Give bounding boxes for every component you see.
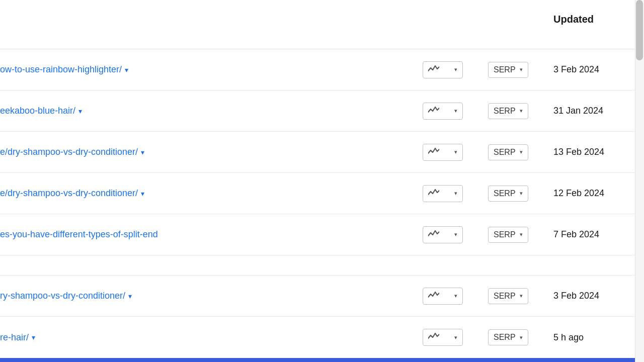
trend-chevron-icon: ▾ (454, 108, 457, 114)
url-text: re-hair/ (0, 332, 29, 343)
bottom-accent-bar (0, 358, 635, 362)
trend-icon (428, 147, 439, 157)
url-cell: ry-shampoo-vs-dry-conditioner/▾ (0, 291, 413, 301)
url-cell: es-you-have-different-types-of-split-end (0, 229, 413, 240)
serp-button[interactable]: SERP▾ (488, 329, 528, 345)
url-link[interactable]: re-hair/▾ (0, 332, 413, 343)
serp-label: SERP (494, 189, 516, 198)
trend-icon (428, 230, 439, 240)
url-text: e/dry-shampoo-vs-dry-conditioner/ (0, 147, 138, 157)
serp-chevron-icon: ▾ (520, 108, 523, 114)
serp-chevron-icon: ▾ (520, 231, 523, 238)
url-cell: re-hair/▾ (0, 332, 413, 343)
updated-date: 3 Feb 2024 (553, 291, 599, 301)
url-text: eekaboo-blue-hair/ (0, 106, 75, 116)
updated-cell: 3 Feb 2024 (543, 291, 644, 301)
trend-chevron-icon: ▾ (454, 231, 457, 238)
trend-chevron-icon: ▾ (454, 293, 457, 299)
serp-chevron-icon: ▾ (520, 293, 523, 299)
trend-cell: ▾ (413, 144, 473, 161)
updated-date: 31 Jan 2024 (553, 106, 603, 116)
header-trend (413, 20, 473, 26)
serp-button[interactable]: SERP▾ (488, 288, 528, 304)
url-cell: ow-to-use-rainbow-highlighter/▾ (0, 64, 413, 75)
url-dropdown-arrow-icon[interactable]: ▾ (78, 107, 82, 115)
updated-label: Updated (553, 14, 594, 25)
trend-cell: ▾ (413, 226, 473, 243)
table-row: es-you-have-different-types-of-split-end… (0, 214, 644, 255)
trend-chevron-icon: ▾ (454, 334, 457, 341)
trend-button[interactable]: ▾ (423, 144, 463, 161)
url-cell: e/dry-shampoo-vs-dry-conditioner/▾ (0, 188, 413, 199)
updated-cell: 13 Feb 2024 (543, 147, 644, 157)
updated-date: 12 Feb 2024 (553, 188, 604, 198)
trend-button[interactable]: ▾ (423, 61, 463, 78)
serp-label: SERP (494, 148, 516, 157)
url-text: ry-shampoo-vs-dry-conditioner/ (0, 291, 125, 301)
serp-cell: SERP▾ (473, 103, 543, 119)
table-row: e/dry-shampoo-vs-dry-conditioner/▾▾SERP▾… (0, 132, 644, 173)
serp-button[interactable]: SERP▾ (488, 186, 528, 202)
serp-cell: SERP▾ (473, 227, 543, 243)
url-dropdown-arrow-icon[interactable]: ▾ (125, 66, 128, 74)
table-header: Updated (0, 0, 644, 49)
url-link[interactable]: ow-to-use-rainbow-highlighter/▾ (0, 64, 413, 75)
serp-chevron-icon: ▾ (520, 190, 523, 197)
url-dropdown-arrow-icon[interactable]: ▾ (141, 148, 144, 156)
updated-date: 3 Feb 2024 (553, 64, 599, 74)
url-text: ow-to-use-rainbow-highlighter/ (0, 64, 122, 75)
table-row: ow-to-use-rainbow-highlighter/▾▾SERP▾3 F… (0, 49, 644, 90)
serp-button[interactable]: SERP▾ (488, 62, 528, 78)
trend-chevron-icon: ▾ (454, 149, 457, 155)
serp-cell: SERP▾ (473, 62, 543, 78)
updated-date: 5 h ago (553, 332, 584, 342)
trend-icon (428, 291, 439, 301)
main-table: Updated ow-to-use-rainbow-highlighter/▾▾… (0, 0, 644, 362)
table-row: re-hair/▾▾SERP▾5 h ago (0, 317, 644, 358)
trend-cell: ▾ (413, 61, 473, 78)
trend-cell: ▾ (413, 185, 473, 202)
url-dropdown-arrow-icon[interactable]: ▾ (32, 333, 35, 341)
serp-label: SERP (494, 292, 516, 301)
header-serp (473, 20, 543, 26)
scrollbar[interactable] (635, 0, 644, 362)
header-updated: Updated (543, 14, 644, 31)
url-link[interactable]: es-you-have-different-types-of-split-end (0, 229, 413, 240)
url-dropdown-arrow-icon[interactable]: ▾ (141, 190, 144, 198)
trend-icon (428, 106, 439, 116)
url-link[interactable]: e/dry-shampoo-vs-dry-conditioner/▾ (0, 147, 413, 157)
serp-label: SERP (494, 333, 516, 342)
serp-button[interactable]: SERP▾ (488, 227, 528, 243)
updated-cell: 31 Jan 2024 (543, 106, 644, 116)
updated-cell: 7 Feb 2024 (543, 229, 644, 240)
trend-chevron-icon: ▾ (454, 66, 457, 73)
url-link[interactable]: eekaboo-blue-hair/▾ (0, 106, 413, 116)
trend-button[interactable]: ▾ (423, 185, 463, 202)
trend-icon (428, 189, 439, 199)
table-body: ow-to-use-rainbow-highlighter/▾▾SERP▾3 F… (0, 49, 644, 358)
trend-chevron-icon: ▾ (454, 190, 457, 197)
url-text: e/dry-shampoo-vs-dry-conditioner/ (0, 188, 138, 199)
updated-cell: 12 Feb 2024 (543, 188, 644, 199)
url-link[interactable]: ry-shampoo-vs-dry-conditioner/▾ (0, 291, 413, 301)
trend-button[interactable]: ▾ (423, 226, 463, 243)
serp-cell: SERP▾ (473, 144, 543, 160)
serp-label: SERP (494, 107, 516, 116)
trend-button[interactable]: ▾ (423, 103, 463, 120)
table-row: eekaboo-blue-hair/▾▾SERP▾31 Jan 2024 (0, 90, 644, 132)
trend-cell: ▾ (413, 103, 473, 120)
trend-button[interactable]: ▾ (423, 329, 463, 346)
url-dropdown-arrow-icon[interactable]: ▾ (128, 292, 132, 300)
updated-date: 13 Feb 2024 (553, 147, 604, 157)
serp-button[interactable]: SERP▾ (488, 144, 528, 160)
header-url (0, 20, 413, 26)
serp-chevron-icon: ▾ (520, 149, 523, 155)
scrollbar-thumb[interactable] (636, 0, 643, 60)
url-link[interactable]: e/dry-shampoo-vs-dry-conditioner/▾ (0, 188, 413, 199)
trend-button[interactable]: ▾ (423, 288, 463, 305)
serp-button[interactable]: SERP▾ (488, 103, 528, 119)
trend-cell: ▾ (413, 329, 473, 346)
trend-icon (428, 65, 439, 75)
updated-cell: 5 h ago (543, 332, 644, 343)
url-cell: e/dry-shampoo-vs-dry-conditioner/▾ (0, 147, 413, 157)
